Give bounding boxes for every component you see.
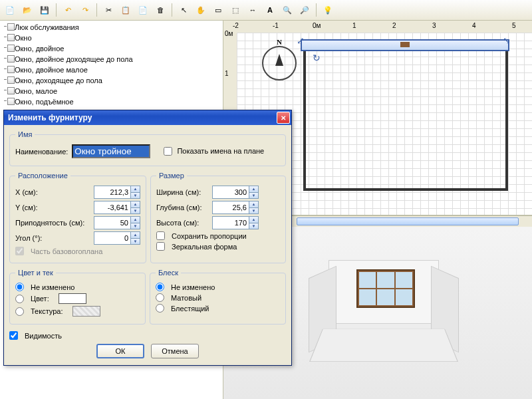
- room-walls[interactable]: [303, 42, 508, 191]
- tree-item[interactable]: Окно, двойное малое: [0, 65, 223, 75]
- size-group: Размер Ширина (см): ▲▼ Глубина (см): ▲▼ …: [150, 172, 286, 263]
- ct-color-radio[interactable]: [15, 295, 24, 303]
- room3d-floor: [309, 329, 458, 362]
- dialog-title: Изменить фурнитуру: [8, 113, 277, 122]
- wall-icon[interactable]: ▭: [211, 3, 225, 17]
- text-icon[interactable]: A: [263, 3, 277, 17]
- name-legend: Имя: [15, 130, 35, 138]
- shine-group: Блеск Не изменено Матовый Блестящий: [150, 269, 286, 325]
- colortex-group: Цвет и тек Не изменено Цвет: Текстура:: [9, 269, 146, 325]
- window-handle[interactable]: [400, 42, 410, 47]
- resize-handle-icon[interactable]: ⤢: [297, 35, 305, 46]
- dialog-titlebar[interactable]: Изменить фурнитуру ✕: [4, 110, 291, 125]
- furniture-tree[interactable]: Люк обслуживанияОкноОкно, двойноеОкно, д…: [0, 21, 223, 116]
- tree-item[interactable]: Окно, малое: [0, 86, 223, 96]
- tree-item[interactable]: Окно, двойное доходящее до пола: [0, 54, 223, 65]
- ct-unchanged-radio[interactable]: [15, 283, 24, 291]
- show-names-checkbox[interactable]: Показать имена на плане: [164, 147, 264, 156]
- ct-texture-radio[interactable]: [15, 307, 24, 316]
- paste-icon[interactable]: 📄: [136, 3, 150, 17]
- save-icon[interactable]: 💾: [37, 3, 52, 17]
- delete-icon[interactable]: 🗑: [153, 3, 168, 17]
- tree-item[interactable]: Окно: [0, 33, 223, 43]
- modify-furniture-dialog: Изменить фурнитуру ✕ Имя Наименование: П…: [3, 110, 292, 366]
- location-group: Расположение X (см): ▲▼ Y (см): ▲▼ Припо…: [9, 172, 146, 263]
- colortex-legend: Цвет и тек: [15, 269, 56, 277]
- window-3d: [356, 269, 415, 308]
- redo-icon[interactable]: ↷: [78, 3, 92, 17]
- angle-stepper[interactable]: ▲▼: [94, 231, 140, 245]
- x-label: X (см):: [15, 188, 90, 196]
- width-stepper[interactable]: ▲▼: [212, 186, 259, 199]
- cut-icon[interactable]: ✂: [101, 3, 116, 17]
- height-label: Высота (см):: [156, 219, 208, 227]
- y-stepper[interactable]: ▲▼: [94, 201, 140, 214]
- name-field[interactable]: [72, 144, 150, 158]
- keep-proportions-checkbox[interactable]: [156, 231, 165, 240]
- resize-handle-icon[interactable]: ⤡: [503, 35, 511, 46]
- cancel-button[interactable]: Отмена: [151, 344, 199, 358]
- color-swatch[interactable]: [59, 293, 86, 304]
- dimension-icon[interactable]: ↔: [245, 3, 260, 17]
- ok-button[interactable]: ОК: [96, 344, 144, 358]
- baseplan-checkbox: [15, 247, 24, 255]
- zoom-in-icon[interactable]: 🔍: [280, 3, 295, 17]
- compass-icon: [262, 46, 297, 80]
- mirror-checkbox[interactable]: [156, 242, 165, 251]
- tree-item[interactable]: Люк обслуживания: [0, 22, 223, 33]
- tree-item[interactable]: Окно, подъёмное: [0, 96, 223, 107]
- pan-icon[interactable]: ✋: [194, 3, 208, 17]
- visibility-checkbox[interactable]: [9, 331, 18, 340]
- rotate-handle-icon[interactable]: ↻: [313, 53, 321, 63]
- width-label: Ширина (см):: [156, 188, 208, 196]
- size-legend: Размер: [156, 172, 187, 180]
- tree-item[interactable]: Окно, доходящее до пола: [0, 75, 223, 86]
- ruler-horizontal: -2-10м1234567: [223, 21, 532, 33]
- texture-swatch[interactable]: [72, 306, 100, 317]
- room-icon[interactable]: ⬚: [228, 3, 243, 17]
- location-legend: Расположение: [15, 172, 70, 180]
- zoom-out-icon[interactable]: 🔎: [297, 3, 312, 17]
- select-icon[interactable]: ↖: [176, 3, 191, 17]
- shine-legend: Блеск: [156, 269, 181, 277]
- elev-stepper[interactable]: ▲▼: [94, 216, 140, 229]
- new-icon[interactable]: 📄: [3, 3, 17, 17]
- tree-item[interactable]: Окно, двойное: [0, 43, 223, 54]
- window-furniture[interactable]: [301, 39, 509, 51]
- depth-label: Глубина (см):: [156, 203, 208, 211]
- y-label: Y (см):: [15, 203, 90, 211]
- name-label: Наименование:: [15, 148, 68, 156]
- name-group: Имя Наименование: Показать имена на план…: [9, 130, 286, 166]
- angle-label: Угол (°):: [15, 234, 90, 242]
- height-stepper[interactable]: ▲▼: [212, 216, 259, 229]
- elev-label: Приподнятость (см):: [15, 219, 90, 227]
- main-toolbar: 📄 📂 💾 ↶ ↷ ✂ 📋 📄 🗑 ↖ ✋ ▭ ⬚ ↔ A 🔍 🔎 💡: [0, 0, 532, 21]
- sh-matte-radio[interactable]: [156, 293, 164, 302]
- sh-shiny-radio[interactable]: [156, 304, 164, 313]
- depth-stepper[interactable]: ▲▼: [212, 201, 259, 214]
- undo-icon[interactable]: ↶: [61, 3, 75, 17]
- copy-icon[interactable]: 📋: [118, 3, 133, 17]
- x-stepper[interactable]: ▲▼: [94, 186, 140, 199]
- close-icon[interactable]: ✕: [277, 112, 290, 124]
- sh-unchanged-radio[interactable]: [156, 283, 164, 291]
- bulb-icon[interactable]: 💡: [321, 3, 335, 17]
- open-icon[interactable]: 📂: [20, 3, 35, 17]
